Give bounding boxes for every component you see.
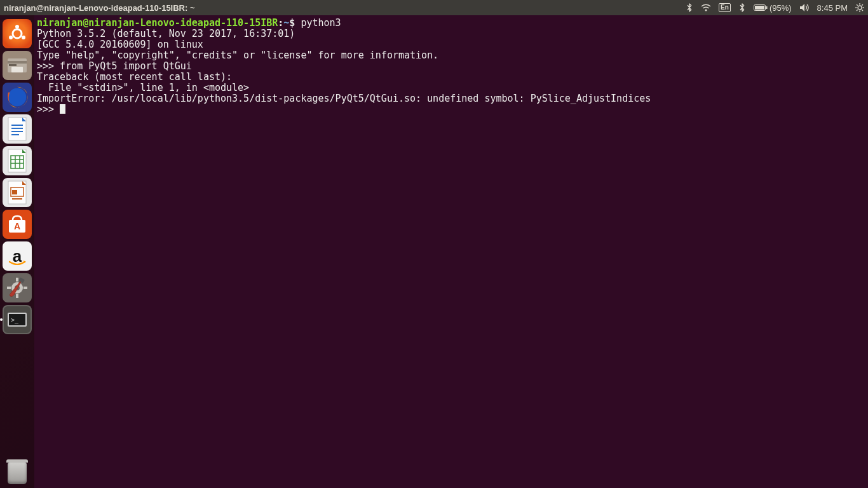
- bluetooth-icon[interactable]: [686, 3, 693, 12]
- svg-rect-20: [11, 67, 23, 72]
- terminal-line: [GCC 5.4.0 20160609] on linux: [37, 39, 203, 50]
- terminal-line: >>> from PyQt5 import QtGui: [37, 60, 192, 72]
- terminal-line: Python 3.5.2 (default, Nov 23 2017, 16:3…: [37, 28, 301, 39]
- svg-rect-18: [8, 61, 27, 64]
- network-icon[interactable]: [701, 3, 711, 12]
- svg-rect-36: [12, 198, 22, 200]
- svg-line-12: [862, 4, 863, 6]
- clock[interactable]: 8:45 PM: [817, 3, 848, 13]
- top-menubar: niranjan@niranjan-Lenovo-ideapad-110-15I…: [0, 0, 868, 15]
- repl-prompt: >>>: [37, 104, 60, 115]
- svg-rect-3: [766, 6, 767, 9]
- system-indicators: En (95%) 8:45 PM: [686, 3, 864, 13]
- terminal-line: File "<stdin>", line 1, in <module>: [37, 82, 249, 93]
- prompt-sep: :: [278, 17, 283, 29]
- bluetooth-icon-2[interactable]: [738, 3, 746, 12]
- launcher-ubuntu-dash[interactable]: [3, 19, 32, 48]
- prompt-end: $: [289, 17, 301, 29]
- terminal-line: Traceback (most recent call last):: [37, 71, 232, 83]
- svg-point-16: [22, 36, 25, 39]
- cursor: [60, 104, 65, 114]
- volume-icon[interactable]: [799, 3, 810, 12]
- launcher-terminal[interactable]: >_: [3, 305, 32, 334]
- svg-point-0: [705, 10, 707, 11]
- svg-point-15: [9, 36, 13, 39]
- svg-text:A: A: [14, 221, 20, 231]
- input-source-indicator[interactable]: En: [719, 3, 731, 12]
- terminal-window[interactable]: niranjan@niranjan-Lenovo-ideapad-110-15I…: [34, 15, 868, 488]
- svg-rect-42: [16, 294, 18, 298]
- svg-rect-2: [755, 6, 764, 10]
- svg-rect-44: [24, 287, 27, 289]
- unity-launcher: A a >_: [0, 15, 34, 488]
- entered-command: python3: [301, 17, 341, 29]
- prompt-path: ~: [283, 17, 289, 29]
- svg-point-14: [15, 25, 19, 29]
- svg-rect-19: [9, 64, 17, 66]
- svg-line-10: [862, 10, 863, 11]
- launcher-ubuntu-software[interactable]: A: [3, 210, 32, 239]
- window-title: niranjan@niranjan-Lenovo-ideapad-110-15I…: [4, 3, 195, 13]
- svg-point-4: [858, 6, 862, 10]
- launcher-libreoffice-impress[interactable]: [3, 178, 32, 207]
- launcher-libreoffice-writer[interactable]: [3, 114, 32, 144]
- svg-point-13: [13, 29, 22, 38]
- terminal-line: ImportError: /usr/local/lib/python3.5/di…: [37, 93, 651, 104]
- launcher-files[interactable]: [3, 51, 32, 80]
- launcher-amazon[interactable]: a: [3, 241, 32, 271]
- launcher-firefox[interactable]: [3, 83, 32, 112]
- svg-line-9: [857, 4, 858, 6]
- terminal-line: Type "help", "copyright", "credits" or "…: [37, 50, 438, 61]
- prompt-user: niranjan@niranjan-Lenovo-ideapad-110-15I…: [37, 17, 278, 29]
- svg-rect-35: [12, 190, 17, 194]
- trash-icon: [8, 463, 27, 484]
- battery-indicator[interactable]: (95%): [754, 3, 792, 13]
- launcher-trash[interactable]: [3, 459, 32, 488]
- terminal-icon: >_: [8, 313, 27, 327]
- battery-text: (95%): [770, 3, 792, 13]
- session-gear-icon[interactable]: [855, 3, 864, 12]
- launcher-system-settings[interactable]: [3, 273, 32, 302]
- svg-line-11: [857, 10, 858, 11]
- svg-rect-41: [16, 278, 18, 281]
- launcher-libreoffice-calc[interactable]: [3, 146, 32, 175]
- svg-point-21: [8, 88, 27, 107]
- svg-rect-43: [7, 287, 11, 289]
